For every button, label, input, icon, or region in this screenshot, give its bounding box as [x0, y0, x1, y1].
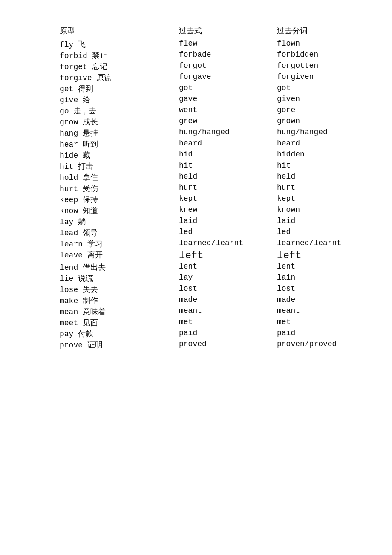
- cell-base-form: prove 证明: [60, 340, 179, 350]
- cell-base-form: hurt 受伤: [60, 183, 179, 194]
- cell-past-participle: hurt: [277, 183, 392, 194]
- cell-past-tense: got: [179, 84, 277, 94]
- cell-past-tense: knew: [179, 205, 277, 216]
- cell-past-participle: hit: [277, 161, 392, 171]
- cell-base-form: get 得到: [60, 84, 179, 94]
- cell-past-participle: met: [277, 318, 392, 328]
- cell-past-tense: lay: [179, 273, 277, 283]
- table-row: learn 学习learned/learntlearned/learnt: [60, 239, 375, 249]
- cell-past-participle: known: [277, 205, 392, 216]
- cell-past-participle: hung/hanged: [277, 128, 392, 138]
- cell-base-form: lay 躺: [60, 217, 179, 227]
- cell-base-form: lose 失去: [60, 284, 179, 295]
- cell-base-form: lend 借出去: [60, 262, 179, 272]
- cell-base-form: hide 藏: [60, 150, 179, 160]
- table-row: lead 领导ledled: [60, 228, 375, 238]
- table-row: make 制作mademade: [60, 295, 375, 306]
- cell-past-participle: left: [277, 250, 392, 261]
- cell-past-tense: flew: [179, 39, 277, 49]
- cell-past-tense: hit: [179, 161, 277, 171]
- cell-past-tense: hid: [179, 150, 277, 160]
- cell-base-form: pay 付款: [60, 329, 179, 339]
- table-row: prove 证明provedproven/proved: [60, 340, 375, 350]
- cell-past-tense: hung/hanged: [179, 128, 277, 138]
- cell-base-form: forbid 禁止: [60, 50, 179, 61]
- table-row: hold 拿住heldheld: [60, 172, 375, 182]
- cell-base-form: forgive 原谅: [60, 72, 179, 83]
- cell-base-form: keep 保持: [60, 194, 179, 205]
- cell-past-tense: led: [179, 228, 277, 238]
- cell-past-participle: lost: [277, 284, 392, 295]
- cell-past-tense: paid: [179, 329, 277, 339]
- cell-past-tense: went: [179, 106, 277, 116]
- table-row: grow 成长grewgrown: [60, 117, 375, 127]
- cell-past-participle: got: [277, 84, 392, 94]
- cell-base-form: hang 悬挂: [60, 128, 179, 138]
- verb-table: 原型 过去式 过去分词 fly 飞flewflownforbid 禁止forba…: [60, 26, 375, 350]
- cell-past-participle: paid: [277, 329, 392, 339]
- cell-past-tense: left: [179, 250, 277, 261]
- table-row: get 得到gotgot: [60, 84, 375, 94]
- table-row: hide 藏hidhidden: [60, 150, 375, 160]
- cell-past-tense: lent: [179, 262, 277, 272]
- cell-past-participle: kept: [277, 194, 392, 205]
- cell-past-tense: forgot: [179, 61, 277, 72]
- header-col3: 过去分词: [277, 26, 392, 36]
- table-row: know 知道knewknown: [60, 205, 375, 216]
- cell-past-tense: kept: [179, 194, 277, 205]
- cell-past-participle: proven/proved: [277, 340, 392, 350]
- cell-past-participle: made: [277, 295, 392, 306]
- cell-past-participle: lent: [277, 262, 392, 272]
- table-row: hang 悬挂hung/hangedhung/hanged: [60, 128, 375, 138]
- table-row: hurt 受伤hurthurt: [60, 183, 375, 194]
- cell-past-tense: forgave: [179, 72, 277, 83]
- cell-base-form: give 给: [60, 95, 179, 105]
- cell-past-tense: hurt: [179, 183, 277, 194]
- cell-past-tense: made: [179, 295, 277, 306]
- cell-past-participle: given: [277, 95, 392, 105]
- cell-past-tense: met: [179, 318, 277, 328]
- table-row: meet 见面metmet: [60, 318, 375, 328]
- table-row: keep 保持keptkept: [60, 194, 375, 205]
- cell-past-tense: forbade: [179, 50, 277, 61]
- cell-past-participle: hidden: [277, 150, 392, 160]
- cell-past-participle: flown: [277, 39, 392, 49]
- cell-base-form: hit 打击: [60, 161, 179, 171]
- cell-base-form: forget 忘记: [60, 61, 179, 72]
- cell-past-tense: grew: [179, 117, 277, 127]
- table-row: lose 失去lostlost: [60, 284, 375, 295]
- cell-past-participle: forgiven: [277, 72, 392, 83]
- cell-past-tense: held: [179, 172, 277, 182]
- table-row: forgive 原谅forgaveforgiven: [60, 72, 375, 83]
- cell-past-tense: learned/learnt: [179, 239, 277, 249]
- header-col1: 原型: [60, 26, 179, 36]
- table-row: leave 离开leftleft: [60, 250, 375, 261]
- cell-base-form: know 知道: [60, 205, 179, 216]
- table-row: give 给gavegiven: [60, 95, 375, 105]
- cell-base-form: leave 离开: [60, 250, 179, 261]
- header-col2: 过去式: [179, 26, 277, 36]
- cell-past-participle: led: [277, 228, 392, 238]
- cell-base-form: grow 成长: [60, 117, 179, 127]
- table-row: go 走，去wentgore: [60, 106, 375, 116]
- table-row: fly 飞flewflown: [60, 39, 375, 49]
- cell-past-participle: meant: [277, 306, 392, 317]
- cell-past-tense: lost: [179, 284, 277, 295]
- table-row: pay 付款paidpaid: [60, 329, 375, 339]
- cell-base-form: lead 领导: [60, 228, 179, 238]
- table-row: hit 打击hithit: [60, 161, 375, 171]
- cell-past-participle: laid: [277, 217, 392, 227]
- cell-past-participle: lain: [277, 273, 392, 283]
- table-row: hear 听到heardheard: [60, 139, 375, 149]
- cell-base-form: learn 学习: [60, 239, 179, 249]
- cell-past-tense: heard: [179, 139, 277, 149]
- cell-past-participle: heard: [277, 139, 392, 149]
- cell-base-form: meet 见面: [60, 318, 179, 328]
- table-header: 原型 过去式 过去分词: [60, 26, 375, 38]
- cell-past-participle: forbidden: [277, 50, 392, 61]
- cell-base-form: lie 说谎: [60, 273, 179, 283]
- cell-past-tense: gave: [179, 95, 277, 105]
- cell-past-participle: grown: [277, 117, 392, 127]
- cell-past-participle: gore: [277, 106, 392, 116]
- table-row: lay 躺laidlaid: [60, 217, 375, 227]
